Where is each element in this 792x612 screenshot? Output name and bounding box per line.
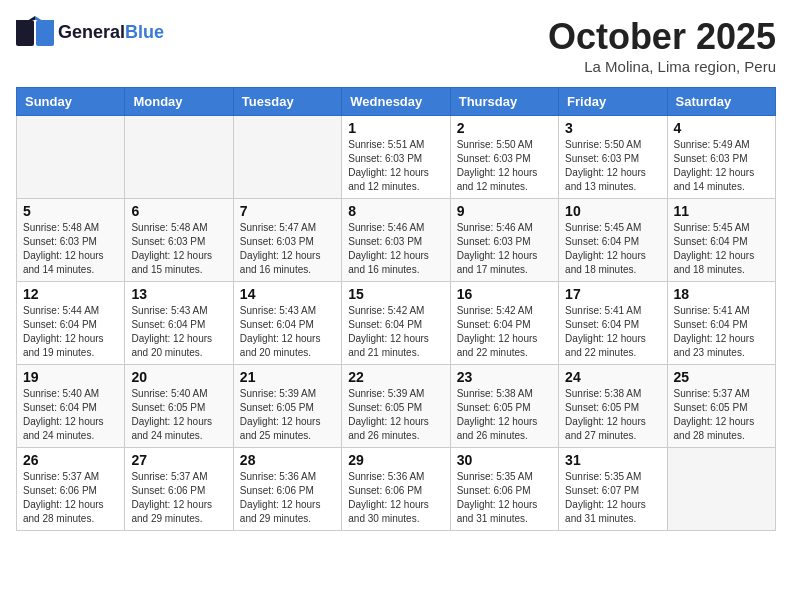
page-header: GeneralBlue October 2025 La Molina, Lima… — [16, 16, 776, 75]
day-detail: Sunrise: 5:37 AMSunset: 6:05 PMDaylight:… — [674, 387, 769, 443]
day-detail: Sunrise: 5:41 AMSunset: 6:04 PMDaylight:… — [674, 304, 769, 360]
day-detail: Sunrise: 5:47 AMSunset: 6:03 PMDaylight:… — [240, 221, 335, 277]
calendar-table: SundayMondayTuesdayWednesdayThursdayFrid… — [16, 87, 776, 531]
day-detail: Sunrise: 5:42 AMSunset: 6:04 PMDaylight:… — [457, 304, 552, 360]
day-detail: Sunrise: 5:43 AMSunset: 6:04 PMDaylight:… — [240, 304, 335, 360]
day-detail: Sunrise: 5:38 AMSunset: 6:05 PMDaylight:… — [457, 387, 552, 443]
day-number: 20 — [131, 369, 226, 385]
location: La Molina, Lima region, Peru — [548, 58, 776, 75]
calendar-cell: 1Sunrise: 5:51 AMSunset: 6:03 PMDaylight… — [342, 116, 450, 199]
calendar-cell: 11Sunrise: 5:45 AMSunset: 6:04 PMDayligh… — [667, 199, 775, 282]
day-detail: Sunrise: 5:49 AMSunset: 6:03 PMDaylight:… — [674, 138, 769, 194]
calendar-cell: 8Sunrise: 5:46 AMSunset: 6:03 PMDaylight… — [342, 199, 450, 282]
calendar-cell: 30Sunrise: 5:35 AMSunset: 6:06 PMDayligh… — [450, 448, 558, 531]
calendar-cell: 31Sunrise: 5:35 AMSunset: 6:07 PMDayligh… — [559, 448, 667, 531]
logo-blue: Blue — [125, 22, 164, 42]
day-number: 2 — [457, 120, 552, 136]
calendar-cell: 25Sunrise: 5:37 AMSunset: 6:05 PMDayligh… — [667, 365, 775, 448]
day-number: 8 — [348, 203, 443, 219]
calendar-week-row: 26Sunrise: 5:37 AMSunset: 6:06 PMDayligh… — [17, 448, 776, 531]
day-number: 27 — [131, 452, 226, 468]
day-detail: Sunrise: 5:40 AMSunset: 6:04 PMDaylight:… — [23, 387, 118, 443]
weekday-header: Wednesday — [342, 88, 450, 116]
day-detail: Sunrise: 5:51 AMSunset: 6:03 PMDaylight:… — [348, 138, 443, 194]
calendar-cell: 26Sunrise: 5:37 AMSunset: 6:06 PMDayligh… — [17, 448, 125, 531]
weekday-header: Thursday — [450, 88, 558, 116]
day-detail: Sunrise: 5:48 AMSunset: 6:03 PMDaylight:… — [131, 221, 226, 277]
day-detail: Sunrise: 5:36 AMSunset: 6:06 PMDaylight:… — [240, 470, 335, 526]
day-number: 31 — [565, 452, 660, 468]
day-detail: Sunrise: 5:38 AMSunset: 6:05 PMDaylight:… — [565, 387, 660, 443]
day-number: 18 — [674, 286, 769, 302]
day-detail: Sunrise: 5:43 AMSunset: 6:04 PMDaylight:… — [131, 304, 226, 360]
day-detail: Sunrise: 5:37 AMSunset: 6:06 PMDaylight:… — [23, 470, 118, 526]
calendar-week-row: 19Sunrise: 5:40 AMSunset: 6:04 PMDayligh… — [17, 365, 776, 448]
calendar-cell: 29Sunrise: 5:36 AMSunset: 6:06 PMDayligh… — [342, 448, 450, 531]
day-detail: Sunrise: 5:39 AMSunset: 6:05 PMDaylight:… — [348, 387, 443, 443]
day-detail: Sunrise: 5:45 AMSunset: 6:04 PMDaylight:… — [565, 221, 660, 277]
day-number: 12 — [23, 286, 118, 302]
calendar-cell: 20Sunrise: 5:40 AMSunset: 6:05 PMDayligh… — [125, 365, 233, 448]
weekday-header: Friday — [559, 88, 667, 116]
calendar-cell: 2Sunrise: 5:50 AMSunset: 6:03 PMDaylight… — [450, 116, 558, 199]
day-detail: Sunrise: 5:40 AMSunset: 6:05 PMDaylight:… — [131, 387, 226, 443]
calendar-cell: 13Sunrise: 5:43 AMSunset: 6:04 PMDayligh… — [125, 282, 233, 365]
day-number: 19 — [23, 369, 118, 385]
calendar-cell: 3Sunrise: 5:50 AMSunset: 6:03 PMDaylight… — [559, 116, 667, 199]
day-number: 15 — [348, 286, 443, 302]
calendar-cell: 28Sunrise: 5:36 AMSunset: 6:06 PMDayligh… — [233, 448, 341, 531]
day-detail: Sunrise: 5:46 AMSunset: 6:03 PMDaylight:… — [457, 221, 552, 277]
calendar-cell: 12Sunrise: 5:44 AMSunset: 6:04 PMDayligh… — [17, 282, 125, 365]
day-number: 11 — [674, 203, 769, 219]
calendar-week-row: 5Sunrise: 5:48 AMSunset: 6:03 PMDaylight… — [17, 199, 776, 282]
calendar-cell: 18Sunrise: 5:41 AMSunset: 6:04 PMDayligh… — [667, 282, 775, 365]
title-section: October 2025 La Molina, Lima region, Per… — [548, 16, 776, 75]
day-number: 22 — [348, 369, 443, 385]
day-number: 23 — [457, 369, 552, 385]
day-detail: Sunrise: 5:44 AMSunset: 6:04 PMDaylight:… — [23, 304, 118, 360]
calendar-cell — [125, 116, 233, 199]
calendar-week-row: 12Sunrise: 5:44 AMSunset: 6:04 PMDayligh… — [17, 282, 776, 365]
calendar-cell: 17Sunrise: 5:41 AMSunset: 6:04 PMDayligh… — [559, 282, 667, 365]
day-number: 13 — [131, 286, 226, 302]
day-detail: Sunrise: 5:48 AMSunset: 6:03 PMDaylight:… — [23, 221, 118, 277]
day-number: 14 — [240, 286, 335, 302]
day-number: 24 — [565, 369, 660, 385]
calendar-cell — [17, 116, 125, 199]
calendar-cell: 6Sunrise: 5:48 AMSunset: 6:03 PMDaylight… — [125, 199, 233, 282]
day-number: 7 — [240, 203, 335, 219]
day-number: 10 — [565, 203, 660, 219]
calendar-cell: 10Sunrise: 5:45 AMSunset: 6:04 PMDayligh… — [559, 199, 667, 282]
day-detail: Sunrise: 5:50 AMSunset: 6:03 PMDaylight:… — [457, 138, 552, 194]
day-detail: Sunrise: 5:37 AMSunset: 6:06 PMDaylight:… — [131, 470, 226, 526]
weekday-header: Monday — [125, 88, 233, 116]
calendar-cell: 16Sunrise: 5:42 AMSunset: 6:04 PMDayligh… — [450, 282, 558, 365]
day-detail: Sunrise: 5:42 AMSunset: 6:04 PMDaylight:… — [348, 304, 443, 360]
calendar-cell: 27Sunrise: 5:37 AMSunset: 6:06 PMDayligh… — [125, 448, 233, 531]
weekday-header: Tuesday — [233, 88, 341, 116]
calendar-cell: 23Sunrise: 5:38 AMSunset: 6:05 PMDayligh… — [450, 365, 558, 448]
day-number: 1 — [348, 120, 443, 136]
day-number: 26 — [23, 452, 118, 468]
day-number: 5 — [23, 203, 118, 219]
day-number: 6 — [131, 203, 226, 219]
day-number: 17 — [565, 286, 660, 302]
calendar-cell: 24Sunrise: 5:38 AMSunset: 6:05 PMDayligh… — [559, 365, 667, 448]
weekday-header-row: SundayMondayTuesdayWednesdayThursdayFrid… — [17, 88, 776, 116]
calendar-cell: 7Sunrise: 5:47 AMSunset: 6:03 PMDaylight… — [233, 199, 341, 282]
day-number: 4 — [674, 120, 769, 136]
day-number: 21 — [240, 369, 335, 385]
calendar-cell: 4Sunrise: 5:49 AMSunset: 6:03 PMDaylight… — [667, 116, 775, 199]
calendar-cell: 19Sunrise: 5:40 AMSunset: 6:04 PMDayligh… — [17, 365, 125, 448]
weekday-header: Saturday — [667, 88, 775, 116]
day-number: 16 — [457, 286, 552, 302]
day-detail: Sunrise: 5:39 AMSunset: 6:05 PMDaylight:… — [240, 387, 335, 443]
calendar-cell: 9Sunrise: 5:46 AMSunset: 6:03 PMDaylight… — [450, 199, 558, 282]
day-detail: Sunrise: 5:36 AMSunset: 6:06 PMDaylight:… — [348, 470, 443, 526]
day-number: 29 — [348, 452, 443, 468]
day-number: 30 — [457, 452, 552, 468]
calendar-week-row: 1Sunrise: 5:51 AMSunset: 6:03 PMDaylight… — [17, 116, 776, 199]
calendar-cell — [233, 116, 341, 199]
weekday-header: Sunday — [17, 88, 125, 116]
calendar-cell: 5Sunrise: 5:48 AMSunset: 6:03 PMDaylight… — [17, 199, 125, 282]
